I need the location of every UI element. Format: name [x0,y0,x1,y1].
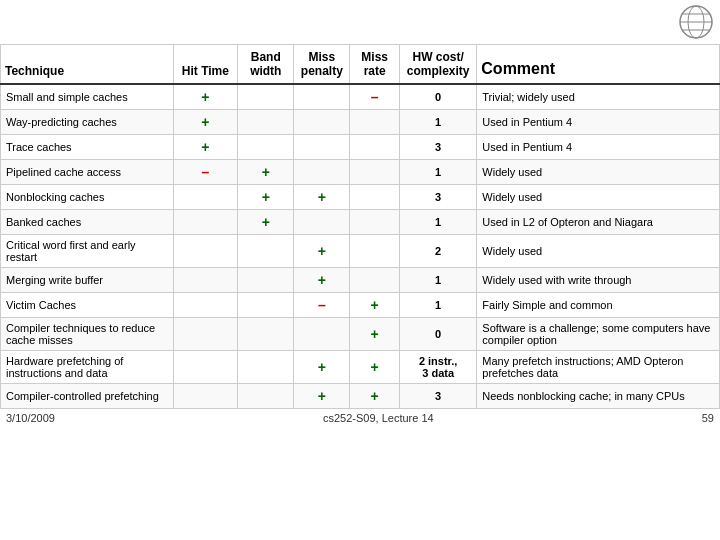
table-cell: + [350,318,400,351]
minus-sign: – [202,164,210,180]
footer-page: 59 [702,412,714,424]
col-header-comment: Comment [477,45,720,85]
hwcost-cell: 1 [400,110,477,135]
table-cell [238,318,294,351]
comment-cell: Trivial; widely used [477,84,720,110]
table-row: Small and simple caches+–0Trivial; widel… [1,84,720,110]
table-cell [238,351,294,384]
table-row: Compiler-controlled prefetching++3Needs … [1,384,720,409]
footer-lecture: cs252-S09, Lecture 14 [323,412,434,424]
technique-cell: Banked caches [1,210,174,235]
table-cell: + [173,135,238,160]
table-cell [238,384,294,409]
col-header-hittime: Hit Time [173,45,238,85]
table-cell: + [173,110,238,135]
technique-cell: Critical word first and early restart [1,235,174,268]
minus-sign: – [371,89,379,105]
technique-cell: Trace caches [1,135,174,160]
table-cell [173,235,238,268]
table-cell [350,268,400,293]
plus-sign: + [371,359,379,375]
table-cell: + [294,235,350,268]
table-cell [238,293,294,318]
table-cell [238,135,294,160]
minus-sign: – [318,297,326,313]
hwcost-cell: 2 [400,235,477,268]
table-cell: – [350,84,400,110]
technique-cell: Compiler-controlled prefetching [1,384,174,409]
comment-cell: Used in Pentium 4 [477,135,720,160]
plus-sign: + [262,189,270,205]
comment-cell: Widely used with write through [477,268,720,293]
technique-cell: Hardware prefetching of instructions and… [1,351,174,384]
table-cell: + [238,185,294,210]
table-cell: + [350,351,400,384]
col-header-bandwidth: Band width [238,45,294,85]
technique-cell: Merging write buffer [1,268,174,293]
table-cell [350,135,400,160]
table-cell [173,384,238,409]
bottom-bar: 3/10/2009 cs252-S09, Lecture 14 59 [0,409,720,427]
table-cell [173,318,238,351]
plus-sign: + [318,272,326,288]
plus-sign: + [318,243,326,259]
table-cell [350,210,400,235]
table-cell: + [294,185,350,210]
page-container: Technique Hit Time Band width Miss penal… [0,0,720,427]
technique-cell: Compiler techniques to reduce cache miss… [1,318,174,351]
technique-cell: Way-predicting caches [1,110,174,135]
table-cell [350,185,400,210]
comment-cell: Widely used [477,160,720,185]
table-row: Compiler techniques to reduce cache miss… [1,318,720,351]
hwcost-cell: 3 [400,185,477,210]
plus-sign: + [371,388,379,404]
table-cell: + [294,268,350,293]
comment-cell: Used in Pentium 4 [477,110,720,135]
hwcost-cell: 1 [400,268,477,293]
hwcost-cell: 1 [400,293,477,318]
globe-icon [678,4,714,40]
technique-cell: Nonblocking caches [1,185,174,210]
hwcost-cell: 0 [400,84,477,110]
table-row: Victim Caches–+1Fairly Simple and common [1,293,720,318]
col-header-technique: Technique [1,45,174,85]
table-cell [173,268,238,293]
plus-sign: + [201,139,209,155]
table-body: Small and simple caches+–0Trivial; widel… [1,84,720,409]
plus-sign: + [201,114,209,130]
technique-cell: Pipelined cache access [1,160,174,185]
table-cell [238,84,294,110]
top-bar [0,0,720,44]
table-cell [173,210,238,235]
table-row: Way-predicting caches+1Used in Pentium 4 [1,110,720,135]
plus-sign: + [318,359,326,375]
hwcost-cell: 1 [400,210,477,235]
table-row: Trace caches+3Used in Pentium 4 [1,135,720,160]
table-cell [294,318,350,351]
table-cell [294,84,350,110]
hwcost-cell: 2 instr., 3 data [400,351,477,384]
plus-sign: + [262,214,270,230]
table-cell: + [294,351,350,384]
footer-date: 3/10/2009 [6,412,55,424]
plus-sign: + [201,89,209,105]
comment-cell: Needs nonblocking cache; in many CPUs [477,384,720,409]
comment-cell: Many prefetch instructions; AMD Opteron … [477,351,720,384]
plus-sign: + [371,297,379,313]
table-cell [350,110,400,135]
table-cell: + [238,210,294,235]
table-cell [294,160,350,185]
hwcost-cell: 3 [400,384,477,409]
table-cell: – [173,160,238,185]
comment-cell: Fairly Simple and common [477,293,720,318]
table-cell [238,268,294,293]
plus-sign: + [371,326,379,342]
table-header-row: Technique Hit Time Band width Miss penal… [1,45,720,85]
table-cell [294,210,350,235]
table-cell [238,110,294,135]
table-cell [350,235,400,268]
cache-table: Technique Hit Time Band width Miss penal… [0,44,720,409]
table-cell [173,293,238,318]
comment-cell: Widely used [477,235,720,268]
plus-sign: + [318,388,326,404]
